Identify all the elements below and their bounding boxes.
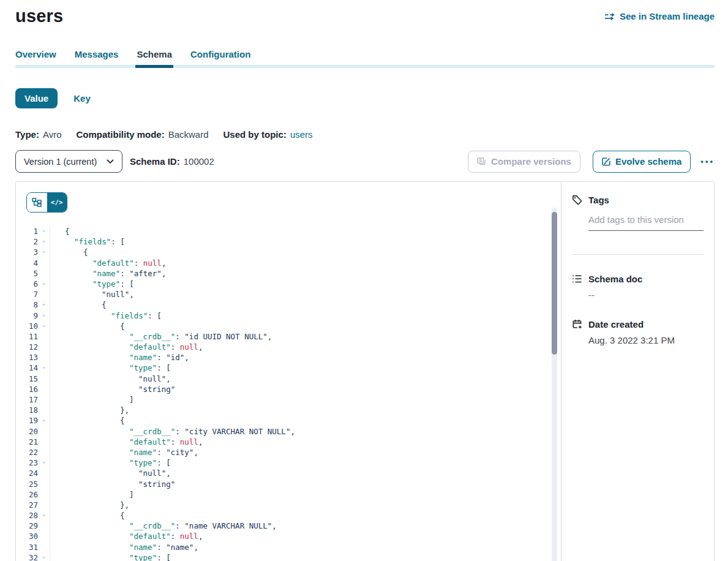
code-text: "type": [ [50, 363, 171, 373]
tab-overview[interactable]: Overview [15, 49, 56, 68]
code-text: "name": "city", [50, 447, 198, 457]
tab-configuration[interactable]: Configuration [190, 49, 250, 68]
used-by-topic-link[interactable]: users [290, 129, 313, 140]
line-number: 30 [16, 531, 38, 541]
code-line: 31"name": "name", [16, 542, 561, 552]
list-icon [572, 274, 582, 284]
line-number: 3 [16, 247, 38, 257]
line-number: 32 [16, 552, 38, 561]
date-created-value: Aug. 3 2022 3:21 PM [588, 335, 704, 345]
sidebar-divider [572, 254, 704, 255]
tree-view-icon [32, 198, 42, 207]
used-by-topic-label: Used by topic: [223, 129, 287, 140]
code-text: "type": [ [50, 552, 171, 561]
tree-view-button[interactable] [27, 193, 47, 212]
line-number: 16 [16, 384, 38, 394]
fold-spacer [38, 468, 50, 478]
line-number: 13 [16, 352, 38, 363]
code-line: 29"__crdb__": "name VARCHAR NULL", [16, 521, 561, 531]
tab-messages[interactable]: Messages [75, 49, 119, 68]
code-view-icon: </> [51, 198, 63, 206]
code-line: 13"name": "id", [16, 352, 561, 363]
line-number: 5 [16, 268, 38, 279]
fold-toggle-icon[interactable]: ▾ [38, 236, 50, 247]
fold-toggle-icon[interactable]: ▾ [38, 299, 50, 310]
fold-toggle-icon[interactable]: ▾ [38, 510, 50, 521]
tags-section-header: Tags [572, 195, 704, 205]
fold-toggle-icon[interactable]: ▾ [38, 311, 50, 321]
line-number: 27 [16, 500, 38, 510]
code-text: "default": null, [50, 258, 166, 268]
code-text: ] [50, 489, 134, 500]
stream-lineage-icon [604, 12, 615, 21]
key-toggle-link[interactable]: Key [73, 93, 91, 104]
code-line: 28▾{ [16, 510, 561, 521]
code-line: 20"__crdb__": "city VARCHAR NOT NULL", [16, 426, 561, 437]
editor-view-toggle: </> [26, 192, 67, 213]
fold-toggle-icon[interactable]: ▾ [38, 457, 50, 468]
schema-doc-value: -- [588, 290, 704, 300]
line-number: 20 [16, 426, 38, 437]
code-text: ] [50, 394, 134, 405]
tag-icon [572, 195, 582, 205]
code-text: "type": [ [50, 457, 171, 468]
fold-toggle-icon[interactable]: ▾ [38, 247, 50, 257]
line-number: 21 [16, 437, 38, 447]
code-text: "name": "name", [50, 542, 198, 552]
tab-schema[interactable]: Schema [137, 49, 172, 68]
code-text: { [50, 415, 125, 426]
fold-toggle-icon[interactable]: ▾ [38, 415, 50, 426]
fold-toggle-icon[interactable]: ▾ [38, 552, 50, 561]
editor-scrollbar-track[interactable] [552, 208, 557, 561]
fold-toggle-icon[interactable]: ▾ [38, 321, 50, 331]
fold-toggle-icon[interactable]: ▾ [38, 279, 50, 289]
code-lines: 1▾{2▾"fields": [3▾{4"default": null,5"na… [16, 226, 561, 561]
add-tags-input[interactable] [588, 213, 704, 231]
type-label: Type: [15, 129, 39, 140]
line-number: 10 [16, 321, 38, 331]
chevron-down-icon [107, 159, 114, 164]
code-text: }, [50, 405, 129, 415]
code-text: "null", [50, 468, 171, 478]
editor-scrollbar-thumb[interactable] [552, 212, 557, 355]
schema-meta-row: Type: Avro Compatibility mode: Backward … [15, 129, 715, 140]
code-text: "string" [50, 384, 175, 394]
date-created-header: Date created [572, 319, 704, 329]
schema-sidebar: Tags Schema doc -- [561, 182, 714, 561]
code-text: "default": null, [50, 342, 203, 352]
code-line: 16"string" [16, 384, 561, 394]
fold-spacer [38, 531, 50, 541]
edit-icon [602, 157, 610, 166]
value-key-toggle: Value Key [15, 88, 715, 108]
fold-spacer [38, 437, 50, 447]
version-select[interactable]: Version 1 (current) [15, 150, 122, 173]
value-toggle-button[interactable]: Value [15, 88, 58, 108]
code-text: "__crdb__": "city VARCHAR NOT NULL", [50, 426, 295, 437]
line-number: 19 [16, 415, 38, 426]
line-number: 26 [16, 489, 38, 500]
fold-spacer [38, 374, 50, 384]
version-select-value: Version 1 (current) [24, 157, 97, 167]
line-number: 29 [16, 521, 38, 531]
code-line: 19▾{ [16, 415, 561, 426]
code-text: "string" [50, 479, 175, 489]
code-text: "__crdb__": "name VARCHAR NULL", [50, 521, 277, 531]
line-number: 14 [16, 363, 38, 373]
fold-toggle-icon[interactable]: ▾ [38, 363, 50, 373]
code-line: 11"__crdb__": "id UUID NOT NULL", [16, 331, 561, 342]
code-line: 2▾"fields": [ [16, 236, 561, 247]
schema-doc-title: Schema doc [588, 274, 642, 284]
line-number: 17 [16, 394, 38, 405]
compare-versions-button[interactable]: Compare versions [468, 151, 580, 173]
type-value: Avro [43, 129, 62, 140]
code-view-button[interactable]: </> [47, 193, 67, 212]
code-text: "default": null, [50, 437, 203, 447]
see-in-stream-lineage-link[interactable]: See in Stream lineage [604, 11, 715, 21]
code-text: "fields": [ [50, 311, 162, 321]
code-text: "name": "after", [50, 268, 166, 279]
date-created-title: Date created [588, 319, 644, 329]
fold-spacer [38, 394, 50, 405]
fold-toggle-icon[interactable]: ▾ [38, 226, 50, 236]
evolve-schema-button[interactable]: Evolve schema [593, 151, 691, 173]
more-actions-button[interactable]: ••• [700, 157, 715, 166]
